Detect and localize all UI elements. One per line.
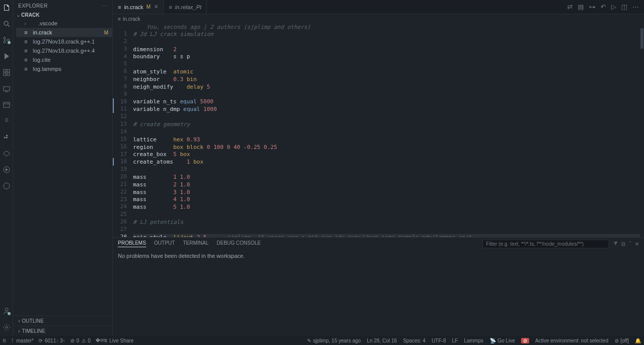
svg-point-0 xyxy=(4,21,8,25)
code-line[interactable] xyxy=(133,226,640,234)
git-sync[interactable]: ⟳ 6011↓ 3↑ xyxy=(38,338,65,343)
sidebar-header: EXPLORER ⋯ xyxy=(13,0,112,11)
file-icon: ≡ xyxy=(24,66,30,72)
tab-in-relax-Pt[interactable]: ≡in.relax_Pt xyxy=(164,0,207,14)
tree-item-log-27Nov18-crack-g---1[interactable]: ≡log.27Nov18.crack.g++.1 xyxy=(16,37,112,46)
source-control-icon[interactable] xyxy=(2,35,11,45)
close-tab-icon[interactable]: ✕ xyxy=(154,4,158,10)
indentation[interactable]: Spaces: 4 xyxy=(403,338,425,343)
blame-status[interactable]: ✎ sjplimp, 15 years ago xyxy=(307,338,361,343)
tree-item-log-cite[interactable]: ≡log.cite xyxy=(16,55,112,64)
code-line[interactable]: dimension 2 xyxy=(133,46,640,54)
code-line[interactable]: variable n_ts equal 5000 xyxy=(133,98,640,106)
code-line[interactable] xyxy=(133,129,640,136)
language-mode[interactable]: Lammps xyxy=(464,338,483,343)
code-line[interactable]: variable n_dmp equal 1000 xyxy=(133,106,640,113)
code-line[interactable] xyxy=(133,113,640,121)
code-line[interactable]: atom_style atomic xyxy=(133,68,640,76)
run-icon[interactable]: ▷ xyxy=(611,3,616,11)
minimap[interactable] xyxy=(640,23,644,237)
code-line[interactable] xyxy=(133,91,640,99)
run-debug-icon[interactable] xyxy=(2,52,11,61)
explorer-icon[interactable] xyxy=(2,3,11,12)
problems-filter-input[interactable] xyxy=(483,240,609,248)
line-number: 15 xyxy=(113,136,127,143)
extensions-icon[interactable] xyxy=(2,68,11,77)
compare-icon[interactable]: ⇄ xyxy=(567,3,573,11)
editor-body[interactable]: 1234567891011121314151617181920212223242… xyxy=(113,23,644,237)
panel-tab-terminal[interactable]: TERMINAL xyxy=(183,240,209,247)
cursor-position[interactable]: Ln 28, Col 16 xyxy=(367,338,397,343)
code-content[interactable]: You, seconds ago | 2 authors (sjplimp an… xyxy=(133,23,640,237)
github-icon[interactable] xyxy=(2,181,11,190)
filter-icon[interactable]: ⧩ xyxy=(613,241,617,247)
live-share[interactable]: �लाइ Live Share xyxy=(96,337,134,343)
code-line[interactable]: lattice hex 0.93 xyxy=(133,136,640,144)
panel-tab-output[interactable]: OUTPUT xyxy=(154,240,175,247)
python-env[interactable]: Active environment: not selected xyxy=(535,338,609,343)
git-branch[interactable]: ᚶ master* xyxy=(11,338,33,343)
tree-item--vscode[interactable]: .vscode xyxy=(16,19,112,28)
code-line[interactable]: create_atoms 1 box xyxy=(133,159,640,166)
docker-icon[interactable] xyxy=(2,133,11,142)
more-actions-icon[interactable]: ⋯ xyxy=(632,3,639,11)
code-line[interactable]: # 2d LJ crack simulation xyxy=(133,31,640,39)
code-line[interactable]: neigh_modify delay 5 xyxy=(133,84,640,91)
code-line[interactable]: neighbor 0.3 bin xyxy=(133,76,640,84)
line-number: 11 xyxy=(113,105,127,113)
panel-tab-debug-console[interactable]: DEBUG CONSOLE xyxy=(217,240,261,247)
code-line[interactable]: mass 2 1.0 xyxy=(133,181,640,189)
breadcrumb[interactable]: ≡ in.crack xyxy=(113,14,644,23)
svg-point-19 xyxy=(6,326,8,328)
notifications-icon[interactable]: 🔔 xyxy=(635,338,641,343)
code-line[interactable]: # create geometry xyxy=(133,121,640,129)
code-line[interactable]: pair_style lj/cut 2.5 sjplimp, 15 years … xyxy=(133,234,640,237)
panel-tab-problems[interactable]: PROBLEMS xyxy=(118,240,146,247)
eol[interactable]: LF xyxy=(452,338,458,343)
timeline-section[interactable]: ›TIMELINE xyxy=(13,326,112,336)
revert-icon[interactable]: ↶ xyxy=(600,3,606,11)
code-line[interactable] xyxy=(133,211,640,219)
problems-count[interactable]: ⊘ 0 ⚠ 0 xyxy=(70,338,91,343)
code-line[interactable]: create_box 5 box xyxy=(133,151,640,159)
error-badge[interactable]: ⊘ xyxy=(521,338,529,343)
tree-item-log-lammps[interactable]: ≡log.lammps xyxy=(16,64,112,73)
svg-rect-7 xyxy=(4,73,6,75)
remote-icon[interactable] xyxy=(2,84,11,93)
close-panel-icon[interactable]: ✕ xyxy=(635,241,639,247)
line-number: 2 xyxy=(113,38,127,46)
code-line[interactable]: mass 1 1.0 xyxy=(133,174,640,181)
encoding[interactable]: UTF-8 xyxy=(432,338,446,343)
more-icon[interactable]: ⋯ xyxy=(102,3,108,9)
tree-item-log-27Nov18-crack-g---4[interactable]: ≡log.27Nov18.crack.g++.4 xyxy=(16,46,112,55)
account-icon[interactable] xyxy=(2,306,11,316)
code-line[interactable]: mass 3 1.0 xyxy=(133,189,640,197)
prettier-status[interactable]: ⊘ [off] xyxy=(615,338,629,343)
go-live[interactable]: 📡 Go Live xyxy=(490,338,515,343)
gitlens-icon[interactable] xyxy=(2,117,11,126)
remote-indicator[interactable]: ⎘ xyxy=(3,338,6,343)
git-toggle-icon[interactable]: ⊶ xyxy=(589,3,595,11)
outline-section[interactable]: ›OUTLINE xyxy=(13,316,112,326)
project-icon[interactable] xyxy=(2,100,11,109)
code-line[interactable]: mass 4 1.0 xyxy=(133,196,640,204)
settings-gear-icon[interactable] xyxy=(2,323,11,332)
tree-item-in-crack[interactable]: ≡in.crackM xyxy=(16,28,112,37)
code-line[interactable]: boundary s s p xyxy=(133,53,640,61)
code-line[interactable] xyxy=(133,39,640,46)
chevron-up-icon[interactable]: ˆ xyxy=(629,241,631,247)
code-line[interactable] xyxy=(133,61,640,68)
collapse-icon[interactable]: ⊟ xyxy=(621,241,625,247)
liveserver-icon[interactable] xyxy=(2,149,11,158)
diff-icon[interactable]: ▤ xyxy=(578,3,584,11)
play-circle-icon[interactable] xyxy=(2,165,11,174)
split-icon[interactable]: ◫ xyxy=(621,3,627,11)
search-icon[interactable] xyxy=(2,19,11,28)
folder-root[interactable]: ⌄ CRACK xyxy=(13,11,112,19)
code-line[interactable] xyxy=(133,166,640,174)
code-line[interactable]: mass 5 1.0 xyxy=(133,204,640,211)
code-line[interactable]: # LJ potentials xyxy=(133,219,640,226)
code-line[interactable]: region box block 0 100 0 40 -0.25 0.25 xyxy=(133,144,640,151)
line-number: 19 xyxy=(113,166,127,173)
tab-in-crack[interactable]: ≡in.crackM✕ xyxy=(113,0,164,14)
